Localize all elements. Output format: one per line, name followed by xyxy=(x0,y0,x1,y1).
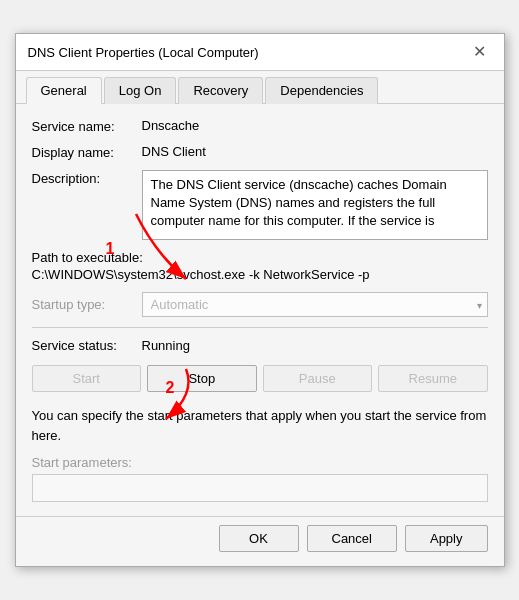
separator xyxy=(32,327,488,328)
service-name-row: Service name: Dnscache xyxy=(32,118,488,134)
start-params-input[interactable] xyxy=(32,474,488,502)
display-name-label: Display name: xyxy=(32,144,142,160)
tabs-bar: General Log On Recovery Dependencies xyxy=(16,71,504,104)
display-name-row: Display name: DNS Client xyxy=(32,144,488,160)
apply-button[interactable]: Apply xyxy=(405,525,488,552)
display-name-value: DNS Client xyxy=(142,144,488,159)
path-row: Path to executable: C:\WINDOWS\system32\… xyxy=(32,250,488,282)
close-button[interactable]: ✕ xyxy=(467,42,492,62)
path-value: C:\WINDOWS\system32\svchost.exe -k Netwo… xyxy=(32,267,488,282)
startup-type-select-wrapper: Automatic ▾ xyxy=(142,292,488,317)
description-text: The DNS Client service (dnscache) caches… xyxy=(151,177,447,228)
info-text: You can specify the start parameters tha… xyxy=(32,406,488,445)
startup-type-select[interactable]: Automatic xyxy=(142,292,488,317)
start-params-label: Start parameters: xyxy=(32,455,488,470)
tab-content: Service name: Dnscache Display name: DNS… xyxy=(16,104,504,516)
path-label: Path to executable: xyxy=(32,250,488,265)
description-label: Description: xyxy=(32,170,142,186)
dialog-window: DNS Client Properties (Local Computer) ✕… xyxy=(15,33,505,567)
cancel-button[interactable]: Cancel xyxy=(307,525,397,552)
service-name-label: Service name: xyxy=(32,118,142,134)
startup-type-row: Startup type: Automatic ▾ xyxy=(32,292,488,317)
tab-dependencies[interactable]: Dependencies xyxy=(265,77,378,104)
startup-type-label: Startup type: xyxy=(32,297,142,312)
resume-button[interactable]: Resume xyxy=(378,365,488,392)
pause-button[interactable]: Pause xyxy=(263,365,373,392)
tab-logon[interactable]: Log On xyxy=(104,77,177,104)
ok-button[interactable]: OK xyxy=(219,525,299,552)
service-status-row: Service status: Running xyxy=(32,338,488,353)
description-row: Description: The DNS Client service (dns… xyxy=(32,170,488,240)
service-name-value: Dnscache xyxy=(142,118,488,133)
bottom-buttons-bar: OK Cancel Apply xyxy=(16,516,504,566)
tab-general[interactable]: General xyxy=(26,77,102,104)
service-status-label: Service status: xyxy=(32,338,142,353)
service-buttons-row: Start Stop Pause Resume xyxy=(32,365,488,392)
start-button[interactable]: Start xyxy=(32,365,142,392)
window-title: DNS Client Properties (Local Computer) xyxy=(28,45,259,60)
title-bar: DNS Client Properties (Local Computer) ✕ xyxy=(16,34,504,71)
tab-recovery[interactable]: Recovery xyxy=(178,77,263,104)
stop-button[interactable]: Stop xyxy=(147,365,257,392)
description-box[interactable]: The DNS Client service (dnscache) caches… xyxy=(142,170,488,240)
service-status-value: Running xyxy=(142,338,190,353)
